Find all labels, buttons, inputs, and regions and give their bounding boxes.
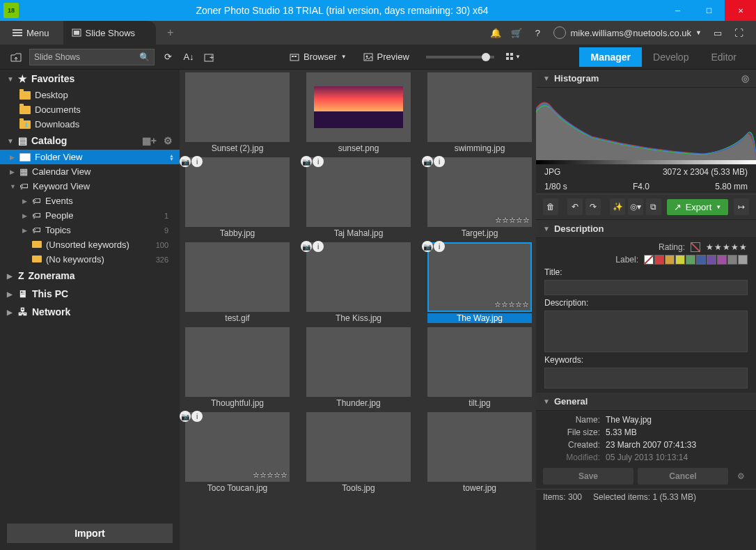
thumbnail-item[interactable]: 📷i☆☆☆☆☆The Way.jpg	[427, 242, 532, 323]
add-folder-button[interactable]: +	[202, 49, 217, 65]
share-button[interactable]: ↦	[734, 198, 749, 215]
thumbnail-item[interactable]: tilt.jpg	[427, 327, 532, 408]
user-menu[interactable]: mike.williams@nuetools.co.uk ▼	[553, 26, 702, 39]
histogram-header[interactable]: ▼ Histogram ◎	[536, 70, 756, 88]
rotate-left-button[interactable]: ↶	[567, 198, 583, 215]
thispc-header[interactable]: ▶ 🖥 This PC	[0, 285, 180, 303]
help-icon[interactable]: ?	[530, 25, 545, 40]
cancel-button[interactable]: Cancel	[638, 468, 728, 485]
label-swatch[interactable]	[654, 255, 664, 265]
zoom-knob[interactable]	[482, 53, 490, 61]
focal-value: 5.80 mm	[715, 182, 748, 191]
quick-fix-button[interactable]: ✨	[610, 198, 625, 215]
keyword-item[interactable]: ▶🏷Topics9	[0, 223, 180, 237]
catalog-folder-view[interactable]: ▶ Folder View ▲▼	[0, 150, 180, 164]
label-swatch[interactable]	[727, 255, 737, 265]
label-swatch[interactable]	[707, 255, 716, 265]
catalog-calendar-view[interactable]: ▶ ▦ Calendar View	[0, 164, 180, 179]
crop-button[interactable]: ◎▾	[628, 198, 643, 215]
fullscreen-icon[interactable]: ⛶	[731, 25, 746, 40]
settings-gear-icon[interactable]: ⚙	[732, 468, 749, 485]
label-swatch[interactable]	[675, 255, 685, 265]
tab-slide-shows[interactable]: Slide Shows	[63, 21, 157, 45]
window-titlebar: 18 Zoner Photo Studio 18 TRIAL (trial ve…	[0, 0, 756, 21]
new-tab-button[interactable]: +	[167, 26, 173, 39]
path-searchbox[interactable]: Slide Shows 🔍	[29, 49, 155, 65]
favorites-documents[interactable]: Documents	[0, 102, 180, 117]
general-header[interactable]: ▼ General	[536, 393, 756, 411]
description-input[interactable]	[544, 311, 748, 352]
add-catalog-button[interactable]: ▦+	[142, 135, 157, 146]
thumbnail-item[interactable]: 📷iTaj Mahal.jpg	[306, 157, 411, 238]
favorites-downloads[interactable]: ⬇Downloads	[0, 117, 180, 132]
browser-mode-button[interactable]: Browser ▼	[284, 52, 352, 62]
thumbnail-item[interactable]: sunset.png	[306, 72, 411, 153]
thumbnail-image	[185, 327, 290, 397]
window-minimize-button[interactable]: ─	[662, 0, 693, 21]
label-swatch[interactable]	[717, 255, 727, 265]
favorites-header[interactable]: ▼ ★ Favorites	[0, 70, 180, 88]
window-maximize-button[interactable]: ☐	[693, 0, 725, 21]
secondary-screen-icon[interactable]: ▭	[710, 25, 725, 40]
gear-icon[interactable]: ⚙	[164, 135, 173, 146]
favorites-desktop[interactable]: Desktop	[0, 88, 180, 102]
copy-button[interactable]: ⧉	[646, 198, 661, 215]
rating-stars[interactable]: ★★★★★	[706, 242, 748, 252]
thumbnail-item[interactable]: 📷i☆☆☆☆☆Target.jpg	[427, 157, 532, 238]
zoom-slider[interactable]	[426, 56, 494, 58]
label-swatch[interactable]	[738, 255, 748, 265]
keyword-item[interactable]: ▶🏷People1	[0, 208, 180, 223]
cart-icon[interactable]: 🛒	[509, 25, 524, 40]
zonerama-header[interactable]: ▶ Z Zonerama	[0, 267, 180, 285]
chevron-right-icon: ▶	[22, 198, 27, 205]
thumbnail-item[interactable]: Tools.jpg	[306, 412, 411, 493]
label-swatch[interactable]	[665, 255, 675, 265]
thumbnail-item[interactable]: Thoughtful.jpg	[185, 327, 290, 408]
up-folder-button[interactable]	[8, 49, 24, 65]
network-header[interactable]: ▶ 🖧 Network	[0, 303, 180, 321]
delete-button[interactable]: 🗑	[543, 198, 558, 215]
thumbnail-item[interactable]: 📷i☆☆☆☆☆Toco Toucan.jpg	[185, 412, 290, 493]
target-icon[interactable]: ◎	[741, 73, 749, 84]
keyword-item[interactable]: (No keywords)326	[0, 252, 180, 267]
sort-button[interactable]: A↓	[181, 49, 196, 65]
keyword-item[interactable]: (Unsorted keywords)100	[0, 237, 180, 252]
label-swatch[interactable]	[644, 255, 654, 265]
save-button[interactable]: Save	[543, 468, 633, 485]
editor-button[interactable]: Editor	[700, 47, 748, 67]
refresh-button[interactable]: ⟳	[160, 49, 175, 65]
thumbnail-grid[interactable]: Sunset (2).jpgsunset.pngswimming.jpg📷iTa…	[180, 70, 536, 550]
color-labels[interactable]	[644, 255, 748, 265]
thumbnail-item[interactable]: tower.jpg	[427, 412, 532, 493]
export-button[interactable]: ↗ Export ▼	[667, 199, 729, 215]
chevron-down-icon: ▼	[716, 204, 721, 210]
search-icon[interactable]: 🔍	[139, 52, 150, 62]
keywords-input[interactable]	[544, 368, 748, 388]
thumbnail-item[interactable]: Thunder.jpg	[306, 327, 411, 408]
thumbnail-item[interactable]: test.gif	[185, 242, 290, 323]
notifications-icon[interactable]: 🔔	[488, 25, 503, 40]
menu-button[interactable]: Menu	[7, 28, 55, 38]
thumbnail-item[interactable]: 📷iTabby.jpg	[185, 157, 290, 238]
catalog-header[interactable]: ▼ ▤ Catalog ▦+ ⚙	[0, 132, 180, 150]
rating-clear-button[interactable]	[691, 242, 700, 252]
grid-view-button[interactable]: ▼	[505, 49, 521, 65]
label-swatch[interactable]	[696, 255, 706, 265]
thumbnail-image: ☆☆☆☆☆	[427, 157, 532, 227]
manager-button[interactable]: Manager	[579, 47, 642, 67]
description-header[interactable]: ▼ Description	[536, 220, 756, 238]
sort-arrows-icon[interactable]: ▲▼	[169, 154, 174, 161]
thumbnail-item[interactable]: Sunset (2).jpg	[185, 72, 290, 153]
thumbnail-item[interactable]: swimming.jpg	[427, 72, 532, 153]
rotate-right-button[interactable]: ↷	[585, 198, 601, 215]
thumbnail-item[interactable]: 📷iThe Kiss.jpg	[306, 242, 411, 323]
preview-mode-button[interactable]: Preview	[358, 52, 415, 62]
import-button[interactable]: Import	[7, 524, 173, 543]
catalog-keyword-view[interactable]: ▼ 🏷 Keyword View	[0, 179, 180, 194]
develop-button[interactable]: Develop	[642, 47, 700, 67]
label-swatch[interactable]	[686, 255, 695, 265]
thumbnail-filename: The Way.jpg	[427, 313, 532, 323]
window-close-button[interactable]: ✕	[725, 0, 756, 21]
title-input[interactable]	[544, 280, 748, 295]
keyword-item[interactable]: ▶🏷Events	[0, 194, 180, 208]
